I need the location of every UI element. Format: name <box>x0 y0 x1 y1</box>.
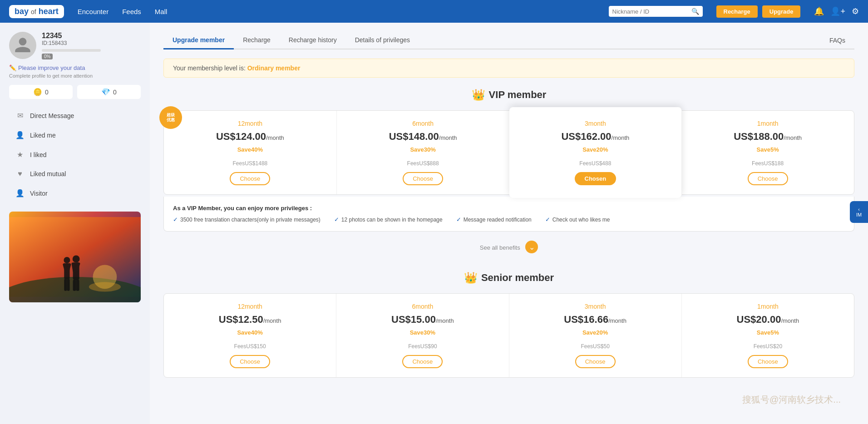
senior-plans-grid: 12month US$12.50/month Save40% FeesUS$15… <box>163 293 854 378</box>
diamond-icon: 💎 <box>101 88 110 96</box>
chosen-button-3month[interactable]: Chosen <box>575 172 616 185</box>
senior-fees-6: FeesUS$90 <box>344 343 501 350</box>
search-input[interactable] <box>612 8 689 15</box>
upgrade-button[interactable]: Upgrade <box>762 5 801 18</box>
senior-choose-12month[interactable]: Choose <box>230 355 270 368</box>
senior-fees-1: FeesUS$20 <box>689 343 847 350</box>
plan-save-3: Save20% <box>517 146 675 153</box>
svg-rect-13 <box>76 280 79 291</box>
senior-plan-3month: 3month US$16.66/month Save20% FeesUS$50 … <box>509 294 682 377</box>
plan-save-6: Save30% <box>344 146 502 153</box>
improve-label: Please improve your data <box>18 64 85 71</box>
check-icon-1: ✓ <box>334 216 339 223</box>
sidebar-item-i-liked[interactable]: ★ I liked <box>9 145 141 164</box>
vip-title-text: VIP member <box>489 89 547 101</box>
senior-choose-1month[interactable]: Choose <box>748 355 788 368</box>
profile-name: 12345 <box>42 32 141 40</box>
choose-button-1month[interactable]: Choose <box>748 172 788 185</box>
plan-price-1: US$188.00/month <box>689 131 847 143</box>
visitor-icon: 👤 <box>15 189 25 197</box>
sidebar-item-visitor[interactable]: 👤 Visitor <box>9 184 141 202</box>
chevron-left-icon: ‹ <box>858 207 860 212</box>
liked-mutual-label: Liked mutual <box>30 170 66 177</box>
settings-icon[interactable]: ⚙ <box>852 6 859 16</box>
benefit-text-3: Check out who likes me <box>552 217 610 223</box>
liked-me-label: Liked me <box>30 132 56 139</box>
tab-recharge[interactable]: Recharge <box>234 32 280 49</box>
notification-icon[interactable]: 🔔 <box>814 6 824 16</box>
hot-badge: 超级优惠 <box>159 106 182 129</box>
i-liked-label: I liked <box>30 151 47 158</box>
plan-duration-1: 1month <box>689 120 847 127</box>
senior-duration-12: 12month <box>171 303 329 310</box>
search-box: 🔍 <box>609 6 703 17</box>
senior-plan-12month: 12month US$12.50/month Save40% FeesUS$15… <box>164 294 336 377</box>
tab-recharge-history[interactable]: Recharge history <box>280 32 346 49</box>
main-content: Upgrade member Recharge Recharge history… <box>150 23 868 424</box>
vip-section-title: 👑 VIP member <box>163 89 854 101</box>
vip-plans-grid: 超级优惠 12month US$124.00/month Save40% Fee… <box>163 110 854 195</box>
recharge-button[interactable]: Recharge <box>716 5 758 18</box>
tabs-row: Upgrade member Recharge Recharge history… <box>163 32 854 49</box>
vip-crown-icon: 👑 <box>472 89 485 101</box>
progress-label: 0% <box>42 54 53 59</box>
header: bay of heart Encounter Feeds Mall 🔍 Rech… <box>0 0 868 23</box>
vip-plan-6month: 6month US$148.00/month Save30% FeesUS$88… <box>337 111 510 194</box>
logo[interactable]: bay of heart <box>9 5 64 18</box>
sidebar-item-liked-mutual[interactable]: ♥ Liked mutual <box>9 165 141 183</box>
senior-fees-3: FeesUS$50 <box>517 343 674 350</box>
senior-price-12: US$12.50/month <box>171 314 329 325</box>
improve-profile-link[interactable]: ✏️ Please improve your data <box>9 64 141 71</box>
header-buttons: Recharge Upgrade <box>716 5 801 18</box>
nav-encounter[interactable]: Encounter <box>78 8 108 15</box>
liked-me-icon: 👤 <box>15 131 25 139</box>
avatar[interactable] <box>9 32 36 59</box>
header-nav: Encounter Feeds Mall <box>78 8 168 15</box>
header-icons: 🔔 👤+ ⚙ <box>814 6 859 16</box>
svg-rect-12 <box>73 280 76 291</box>
expand-button[interactable]: ⌄ <box>525 241 538 253</box>
progress-bar-wrap <box>42 49 101 52</box>
membership-text: Your membership level is: <box>173 64 246 72</box>
check-icon-2: ✓ <box>456 216 461 223</box>
im-float-button[interactable]: ‹ IM <box>850 201 868 223</box>
senior-plan-1month: 1month US$20.00/month Save5% FeesUS$20 C… <box>682 294 854 377</box>
benefits-title: As a VIP Member, you can enjoy more priv… <box>173 205 845 212</box>
nav-mall[interactable]: Mall <box>155 8 168 15</box>
benefit-3: ✓ Check out who likes me <box>545 216 610 223</box>
senior-choose-6month[interactable]: Choose <box>402 355 443 368</box>
membership-banner: Your membership level is: Ordinary membe… <box>163 59 854 78</box>
tab-upgrade-member[interactable]: Upgrade member <box>163 32 234 49</box>
vip-plan-3month: 3month US$162.00/month Save20% FeesUS$48… <box>509 107 682 198</box>
search-icon[interactable]: 🔍 <box>691 8 699 15</box>
sidebar-photo <box>9 212 141 302</box>
svg-point-8 <box>73 255 80 262</box>
add-friend-icon[interactable]: 👤+ <box>830 6 845 16</box>
senior-plan-6month: 6month US$15.00/month Save30% FeesUS$90 … <box>336 294 509 377</box>
benefits-list: ✓ 3500 free translation characters(only … <box>173 216 845 223</box>
plan-fees-1: FeesUS$188 <box>689 160 847 167</box>
main-layout: 12345 ID:158433 0% ✏️ Please improve you… <box>0 23 868 424</box>
nav-feeds[interactable]: Feeds <box>122 8 141 15</box>
plan-save-1: Save5% <box>689 146 847 153</box>
choose-button-6month[interactable]: Choose <box>403 172 443 185</box>
senior-choose-3month[interactable]: Choose <box>575 355 616 368</box>
plan-save-12: Save40% <box>171 146 329 153</box>
senior-save-12: Save40% <box>171 329 329 336</box>
benefit-text-0: 3500 free translation characters(only in… <box>180 217 321 223</box>
see-all-row: See all benefits ⌄ <box>163 236 854 258</box>
plan-duration-6: 6month <box>344 120 502 127</box>
profile-section: 12345 ID:158433 0% <box>9 32 141 60</box>
choose-button-12month[interactable]: Choose <box>230 172 270 185</box>
sidebar-item-direct-message[interactable]: ✉ Direct Message <box>9 106 141 125</box>
tab-details-privileges[interactable]: Details of privileges <box>346 32 419 49</box>
sidebar-item-liked-me[interactable]: 👤 Liked me <box>9 126 141 144</box>
svg-rect-6 <box>64 279 67 291</box>
senior-section-title: 👑 Senior member <box>163 271 854 284</box>
senior-section: 👑 Senior member 12month US$12.50/month S… <box>163 271 854 378</box>
svg-point-2 <box>64 257 70 263</box>
senior-crown-icon: 👑 <box>464 271 478 284</box>
senior-duration-6: 6month <box>344 303 501 310</box>
tab-faq[interactable]: FAQs <box>820 32 854 49</box>
senior-save-1: Save5% <box>689 329 847 336</box>
